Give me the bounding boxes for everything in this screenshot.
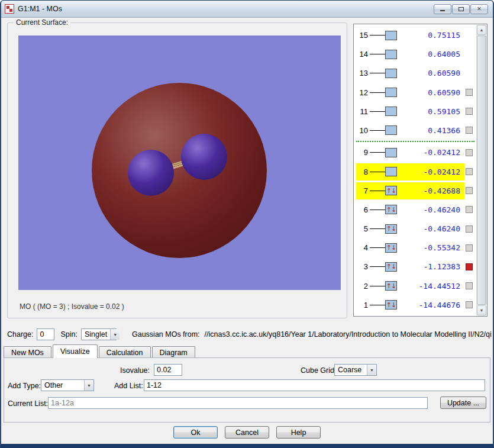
mo-number: 3	[356, 262, 368, 271]
spin-value: Singlet	[82, 329, 110, 340]
mo-row-9[interactable]: 9-0.02412	[355, 144, 476, 161]
scrollbar-thumb[interactable]	[477, 36, 486, 305]
electron-down-arrow-icon: ↓	[391, 188, 396, 194]
cancel-button[interactable]: Cancel	[225, 426, 269, 439]
mo-box-occupied[interactable]: ↑↓	[385, 224, 397, 234]
mo-energy-value: 0.60590	[428, 88, 464, 97]
mo-row-6[interactable]: 6↑↓-0.46240	[355, 201, 476, 218]
mo-row-7[interactable]: 7↑↓-0.42688	[355, 182, 476, 199]
mo-energy-value: -0.02412	[423, 148, 464, 157]
scroll-down-icon[interactable]: ▼	[477, 305, 486, 315]
tab-calculation[interactable]: Calculation	[99, 346, 151, 358]
mo-box-virtual[interactable]	[385, 31, 397, 40]
mo-row-2[interactable]: 2↑↓-14.44512	[355, 278, 476, 295]
mo-box-virtual[interactable]	[385, 50, 397, 59]
mo-row-1[interactable]: 1↑↓-14.44676	[355, 296, 476, 314]
mo-checkbox[interactable]	[466, 168, 473, 175]
mo-box-virtual[interactable]	[385, 69, 397, 78]
scroll-up-icon[interactable]: ▲	[477, 25, 486, 35]
mo-energy-value: 0.64005	[428, 50, 464, 59]
mo-number: 12	[356, 88, 368, 97]
mo-box-virtual[interactable]	[385, 148, 397, 157]
isovalue-input[interactable]	[154, 364, 182, 376]
tab-visualize[interactable]: Visualize	[53, 344, 98, 358]
mo-checkbox[interactable]	[466, 149, 473, 156]
spin-label: Spin:	[60, 330, 78, 339]
cube-grid-dropdown[interactable]: Coarse ▼	[334, 364, 377, 376]
mo-box-occupied[interactable]: ↑↓	[385, 262, 397, 272]
electron-down-arrow-icon: ↓	[391, 263, 396, 270]
mo-energy-value: 0.75115	[428, 31, 464, 40]
mo-box-occupied[interactable]: ↑↓	[385, 205, 397, 214]
molecule-viewport[interactable]	[18, 36, 341, 290]
tab-diagram[interactable]: Diagram	[152, 346, 195, 358]
mo-checkbox[interactable]	[466, 187, 473, 194]
chevron-down-icon[interactable]: ▼	[110, 329, 120, 340]
mo-box-virtual[interactable]	[385, 167, 397, 176]
mo-checkbox[interactable]	[466, 244, 473, 252]
mo-number: 6	[356, 205, 368, 214]
ok-button[interactable]: Ok	[173, 426, 218, 439]
tab-new-mos[interactable]: New MOs	[4, 346, 51, 358]
mo-row-13[interactable]: 130.60590	[355, 65, 476, 82]
mo-level-line	[370, 92, 385, 93]
mo-box-virtual[interactable]	[385, 88, 397, 97]
mo-row-14[interactable]: 140.64005	[355, 46, 476, 63]
update-button[interactable]: Update ...	[440, 397, 486, 409]
mo-box-virtual[interactable]	[385, 125, 397, 135]
mo-row-5[interactable]: 5↑↓-0.46240	[355, 220, 476, 237]
current-list-input[interactable]	[48, 397, 428, 409]
mo-list-scrollbar[interactable]: ▲ ▼	[476, 25, 486, 315]
mo-row-3[interactable]: 3↑↓-1.12383	[355, 258, 476, 275]
mo-level-line	[370, 130, 385, 131]
mo-row-10[interactable]: 100.41366	[355, 122, 476, 139]
mo-checkbox-selected[interactable]	[466, 263, 473, 270]
mo-checkbox[interactable]	[466, 89, 473, 96]
maximize-icon	[459, 7, 464, 11]
mo-box-occupied[interactable]: ↑↓	[385, 243, 397, 253]
source-path: //icnas3.cc.ic.ac.uk/yq816/Year 1/Labora…	[205, 330, 492, 339]
chevron-down-icon[interactable]: ▼	[367, 365, 376, 375]
mo-box-occupied[interactable]: ↑↓	[385, 186, 397, 195]
mo-row-main: 7↑↓-0.42688	[356, 182, 464, 199]
mo-row-15[interactable]: 150.75115	[355, 27, 476, 44]
add-list-input[interactable]	[144, 379, 485, 391]
mo-energy-value: -14.44676	[419, 301, 464, 310]
mo-level-line	[370, 54, 385, 54]
mo-row-8[interactable]: 8-0.02412	[355, 163, 476, 181]
window-title: G1:M1 - MOs	[18, 5, 62, 13]
mo-checkbox[interactable]	[466, 127, 473, 134]
mo-checkbox[interactable]	[466, 206, 473, 213]
add-type-dropdown[interactable]: Other ▼	[41, 379, 94, 391]
mo-row-4[interactable]: 4↑↓-0.55342	[355, 239, 476, 256]
spin-dropdown[interactable]: Singlet ▼	[81, 328, 117, 340]
mo-checkbox[interactable]	[466, 225, 473, 233]
mo-level-line	[370, 152, 385, 153]
tab-bar: New MOs Visualize Calculation Diagram	[4, 344, 196, 358]
mo-row-main: 1↑↓-14.44676	[356, 296, 464, 314]
mo-row-main: 120.60590	[356, 84, 464, 101]
current-surface-group: Current Surface: MO ( (MO = 3) ; Isovalu…	[7, 22, 347, 318]
source-label: Gaussian MOs from:	[132, 330, 200, 339]
mo-energy-value: -0.42688	[423, 186, 464, 195]
mo-level-line	[370, 305, 385, 305]
titlebar[interactable]: G1:M1 - MOs ✕	[1, 0, 493, 18]
mo-box-occupied[interactable]: ↑↓	[385, 281, 397, 291]
charge-input[interactable]	[37, 328, 54, 340]
minimize-button[interactable]	[434, 4, 451, 14]
mo-box-occupied[interactable]: ↑↓	[385, 300, 397, 310]
electron-down-arrow-icon: ↓	[391, 244, 396, 251]
nitrogen-atom-left	[128, 150, 174, 196]
help-button[interactable]: Help	[276, 426, 321, 439]
maximize-button[interactable]	[452, 4, 470, 14]
chevron-down-icon[interactable]: ▼	[84, 380, 93, 391]
mo-row-12[interactable]: 120.60590	[355, 84, 476, 101]
mo-row-11[interactable]: 110.59105	[355, 103, 476, 120]
mo-box-virtual[interactable]	[385, 107, 397, 116]
mo-checkbox[interactable]	[466, 282, 473, 289]
close-button[interactable]: ✕	[470, 4, 488, 14]
cube-grid-value: Coarse	[335, 365, 367, 375]
mo-energy-value: -0.46240	[423, 224, 464, 233]
mo-checkbox[interactable]	[466, 301, 473, 308]
mo-checkbox[interactable]	[466, 108, 473, 115]
